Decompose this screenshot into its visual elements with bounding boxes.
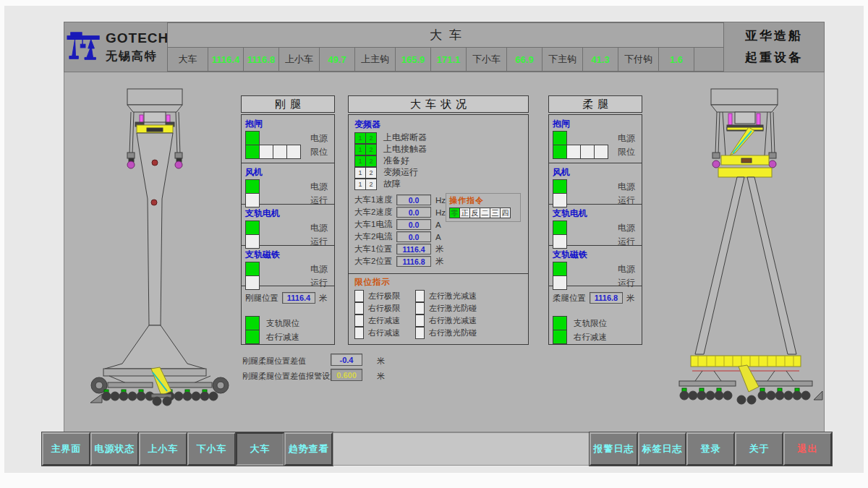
rail-magnet-label: 支轨磁铁: [245, 249, 331, 261]
right-laser-anticollision-indicator: [415, 327, 425, 339]
limit-indication-section: 限位指示 左行极限 右行极限 左行减速: [349, 273, 528, 344]
inverter-row-fuse: 1 2 上电熔断器: [354, 132, 528, 144]
rigid-rail-limit-indicator: [245, 316, 260, 330]
nav-login-button[interactable]: 登录: [686, 432, 735, 466]
flex-leg-position-section: 柔腿位置 1116.8 米 支轨限位 右行减速: [549, 286, 642, 344]
leg-position-difference: 刚腿柔腿位置差值 -0.4 米 刚腿柔腿位置差值报警设定 0.600 米: [241, 353, 436, 383]
limit-indicator-row: 左行激光减速: [415, 289, 477, 302]
fuse-1-indicator: 1: [354, 132, 366, 144]
strip-value-upper-main-hook-2: 171.1: [431, 48, 467, 71]
rail-motor-power-indicator: [245, 221, 260, 235]
gantry2-position-value: 1116.8: [396, 256, 431, 267]
company-name: 亚华造船 起重设备: [724, 22, 824, 72]
inverter-row-contactor: 1 2 上电接触器: [354, 143, 528, 155]
inverter-row-ready: 1 2 准备好: [354, 155, 528, 167]
rail-motor-label: 支轨电机: [553, 207, 638, 220]
fault-2-indicator: 2: [365, 179, 377, 190]
nav-power-status-button[interactable]: 电源状态: [90, 432, 139, 466]
strip-label-lower-trolley: 下小车: [467, 48, 507, 71]
gantry2-current-value: 0.0: [396, 231, 431, 242]
brand-name-cn: 无锡高特: [106, 49, 169, 64]
gantry-status-panel: 大车状况 变频器 1 2 上电熔断器 1 2 上电接触器 1 2 准备好 1 2…: [348, 95, 529, 345]
strip-empty-cell: [694, 48, 723, 71]
bottom-nav: 主界面 电源状态 上小车 下小车 大车 趋势查看 报警日志 标签日志 登录 关于…: [42, 432, 832, 466]
rigid-leg-crane-illustration: [88, 83, 232, 412]
nav-main-screen-button[interactable]: 主界面: [42, 432, 90, 466]
logo-text: GOTECH 无锡高特: [106, 30, 169, 64]
gantry-status-title: 大车状况: [348, 95, 529, 113]
rail-magnet-label: 支轨磁铁: [553, 249, 638, 261]
company-line1: 亚华造船: [745, 25, 803, 47]
company-line2: 起重设备: [745, 47, 803, 69]
rail-magnet-power-indicator: [245, 262, 260, 276]
contactor-2-indicator: 2: [365, 144, 377, 155]
position-difference-alarm-row: 刚腿柔腿位置差值报警设定 0.600 米: [241, 368, 436, 383]
rigid-leg-panel: 刚腿 抱闸 电源 限位 风机 电源: [241, 95, 335, 345]
strip-value-lower-main-hook: 41.3: [583, 48, 618, 71]
rail-motor-power-indicator: [553, 221, 567, 235]
strip-value-gantry-2: 1116.8: [244, 48, 279, 71]
inverter-row-running: 1 2 变频运行: [354, 166, 528, 179]
gantry1-position-row: 大车1位置 1116.4 米: [354, 244, 528, 254]
rigid-leg-title: 刚腿: [241, 95, 335, 113]
limit-indicator-row: 左行激光防碰: [415, 301, 477, 314]
strip-value-gantry-1: 1116.4: [208, 48, 244, 71]
fan-power-indicator: [553, 179, 567, 194]
brake-power-indicator: [553, 131, 567, 145]
command-reverse-indicator: 反: [469, 207, 480, 218]
nav-spacer: [333, 432, 590, 466]
fault-1-indicator: 1: [354, 179, 366, 190]
nav-upper-trolley-button[interactable]: 上小车: [139, 432, 187, 466]
gotech-crane-logo-icon: [67, 30, 103, 64]
flex-leg-title: 柔腿: [548, 95, 642, 113]
position-difference-alarm-setpoint[interactable]: 0.600: [331, 369, 362, 381]
position-difference-row: 刚腿柔腿位置差值 -0.4 米: [241, 353, 436, 368]
limit-indicator-row: 右行极限: [354, 301, 415, 314]
nav-trend-view-button[interactable]: 趋势查看: [284, 432, 333, 466]
rigid-rail-motor-section: 支轨电机 电源 运行: [242, 205, 334, 246]
command-zero-indicator: 零: [449, 207, 460, 218]
flex-brake-section: 抱闸 电源 限位: [549, 115, 642, 163]
rigid-position-unit: 米: [319, 293, 328, 304]
command-gear4-indicator: 四: [500, 207, 511, 218]
nav-tag-log-button[interactable]: 标签日志: [638, 432, 686, 466]
nav-about-button[interactable]: 关于: [735, 432, 783, 466]
fan-label: 风机: [553, 166, 638, 179]
rigid-position-value: 1116.4: [282, 292, 315, 304]
running-2-indicator: 2: [365, 167, 377, 179]
brake-limit-indicator-2: [566, 145, 581, 159]
rigid-right-slowdown-indicator: [245, 330, 260, 344]
strip-label-lower-main-hook: 下主钩: [542, 48, 583, 71]
rigid-position-label: 刚腿位置: [245, 293, 278, 304]
brake-limit-indicator-4: [286, 145, 301, 159]
brake-power-indicator: [245, 131, 260, 145]
inverter-row-fault: 1 2 故障: [354, 178, 528, 190]
nav-lower-trolley-button[interactable]: 下小车: [187, 432, 236, 466]
strip-value-lower-aux-hook: 1.6: [659, 48, 694, 71]
header-data-strip: 大车 1116.4 1116.8 上小车 49.7 上主钩 165.9 171.…: [167, 48, 724, 72]
page-title: 大车: [167, 22, 724, 48]
nav-exit-button[interactable]: 退出: [783, 432, 832, 466]
fan-power-indicator: [245, 179, 260, 194]
command-label: 操作指令: [449, 195, 520, 206]
logo: GOTECH 无锡高特: [64, 22, 167, 72]
nav-alarm-log-button[interactable]: 报警日志: [590, 432, 638, 466]
right-slowdown-indicator: [354, 327, 364, 339]
nav-gantry-button[interactable]: 大车: [236, 432, 284, 466]
right-laser-slowdown-indicator: [415, 314, 425, 327]
left-limit-indicator: [354, 290, 364, 302]
brake-limit-indicator-4: [594, 145, 608, 159]
left-laser-anticollision-indicator: [415, 302, 425, 314]
brake-label: 抱闸: [245, 118, 331, 130]
left-slowdown-indicator: [354, 314, 364, 327]
strip-label-upper-trolley: 上小车: [279, 48, 320, 71]
inverter-label: 变频器: [354, 119, 528, 131]
rigid-brake-section: 抱闸 电源 限位: [242, 115, 334, 163]
limit-indicator-row: 右行减速: [354, 326, 415, 339]
flex-leg-crane-illustration: [666, 83, 825, 412]
strip-value-lower-trolley: 66.9: [507, 48, 542, 71]
ready-1-indicator: 1: [354, 155, 366, 167]
header: GOTECH 无锡高特 大车 大车 1116.4 1116.8 上小车 49.7…: [64, 22, 825, 72]
fuse-2-indicator: 2: [365, 132, 377, 144]
brake-limit-indicator-2: [259, 145, 273, 159]
